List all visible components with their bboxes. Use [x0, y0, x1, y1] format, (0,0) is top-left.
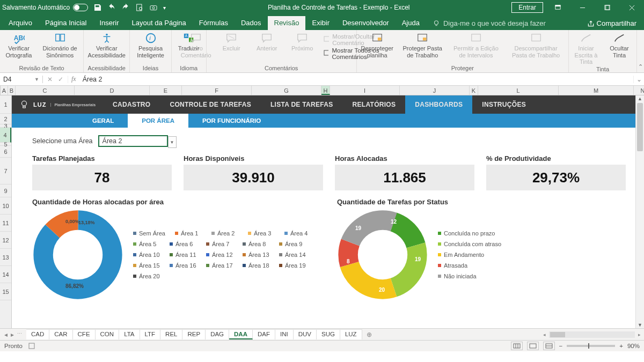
- undo-icon[interactable]: [107, 3, 116, 12]
- close-button[interactable]: [621, 0, 642, 15]
- col-header-A[interactable]: A: [1, 86, 8, 95]
- horizontal-scrollbar[interactable]: ◂ ▸: [376, 331, 644, 338]
- btn-dicionario[interactable]: Dicionário de Sinônimos: [40, 32, 80, 58]
- col-header-J[interactable]: J: [400, 86, 470, 95]
- nav-prev-icon[interactable]: ◂: [4, 331, 8, 338]
- view-normal-button[interactable]: [511, 342, 523, 350]
- tab-arquivo[interactable]: Arquivo: [2, 16, 39, 30]
- view-layout-button[interactable]: [527, 342, 539, 350]
- btn-proteger-pasta[interactable]: Proteger Pasta de Trabalho: [400, 32, 445, 58]
- scroll-up-icon[interactable]: ▲: [636, 96, 644, 101]
- dashtab-controle[interactable]: CONTROLE DE TAREFAS: [160, 95, 260, 114]
- hscroll-right-icon[interactable]: ▸: [638, 332, 641, 337]
- col-header-L[interactable]: L: [478, 86, 559, 95]
- subtab-geral[interactable]: GERAL: [78, 114, 128, 128]
- dashtab-instrucoes[interactable]: INSTRUÇÕES: [472, 95, 536, 114]
- sheet-tab-rep[interactable]: REP: [182, 329, 206, 339]
- col-header-F[interactable]: F: [182, 86, 252, 95]
- btn-desproteger[interactable]: Desproteger planilha: [360, 32, 394, 58]
- tab-layout[interactable]: Layout da Página: [126, 16, 193, 30]
- name-box[interactable]: D4 ▼: [0, 76, 43, 83]
- area-select-cell[interactable]: Área 2 ▼: [98, 135, 168, 147]
- subtab-area[interactable]: POR ÁREA: [128, 114, 188, 128]
- dashtab-cadastro[interactable]: CADASTRO: [103, 95, 160, 114]
- vertical-scrollbar[interactable]: ▲ ▼: [635, 95, 644, 328]
- col-header-M[interactable]: M: [559, 86, 634, 95]
- formula-input[interactable]: Área 2: [79, 76, 633, 83]
- row-header-1[interactable]: 1: [0, 95, 11, 114]
- signin-button[interactable]: Entrar: [511, 2, 543, 13]
- confirm-formula-icon[interactable]: ✓: [58, 76, 63, 83]
- btn-permitir-edicao[interactable]: Permitir a Edição de Intervalos: [451, 32, 502, 58]
- sheet-tab-luz[interactable]: LUZ: [340, 329, 362, 339]
- tab-exibir[interactable]: Exibir: [305, 16, 336, 30]
- sheet-content[interactable]: LUZ Planilhas Empresariais CADASTRO CONT…: [12, 95, 635, 328]
- btn-excluir[interactable]: Excluir: [217, 32, 245, 52]
- row-header-14[interactable]: 14: [0, 266, 11, 283]
- tab-formulas[interactable]: Fórmulas: [193, 16, 235, 30]
- row-header-12[interactable]: 12: [0, 232, 11, 249]
- autosave-switch[interactable]: [73, 4, 88, 11]
- zoom-in-button[interactable]: +: [619, 343, 623, 349]
- fx-icon[interactable]: fx: [68, 75, 79, 83]
- nav-next-icon[interactable]: ▸: [11, 331, 14, 338]
- btn-proximo[interactable]: Próximo: [288, 32, 316, 52]
- col-header-E[interactable]: E: [150, 86, 182, 95]
- col-header-K[interactable]: K: [470, 86, 478, 95]
- sheet-tab-ltf[interactable]: LTF: [140, 329, 161, 339]
- ribbon-collapse-button[interactable]: ⌃: [637, 30, 644, 72]
- macro-record-icon[interactable]: [28, 342, 35, 350]
- tellme-search[interactable]: Diga-me o que você deseja fazer: [426, 17, 552, 30]
- btn-pesquisa[interactable]: i Pesquisa Inteligente: [133, 32, 167, 58]
- sheet-tab-car[interactable]: CAR: [49, 329, 72, 339]
- tab-ajuda[interactable]: Ajuda: [396, 16, 426, 30]
- scroll-down-icon[interactable]: ▼: [636, 322, 644, 328]
- hscroll-left-icon[interactable]: ◂: [543, 332, 546, 337]
- sheet-tab-lta[interactable]: LTA: [119, 329, 140, 339]
- sheet-tab-cfe[interactable]: CFE: [73, 329, 96, 339]
- sheet-tab-ini[interactable]: INI: [275, 329, 294, 339]
- row-header-9[interactable]: 9: [0, 184, 11, 197]
- tab-dados[interactable]: Dados: [235, 16, 268, 30]
- tab-revisao[interactable]: Revisão: [268, 16, 306, 30]
- col-header-H[interactable]: H: [321, 86, 330, 95]
- minimize-button[interactable]: [572, 0, 592, 15]
- sheet-tab-daa[interactable]: DAA: [229, 329, 253, 339]
- add-sheet-button[interactable]: ⊕: [362, 331, 376, 338]
- sheet-nav[interactable]: ◂ ▸ ⋯: [0, 331, 26, 338]
- tab-dev[interactable]: Desenvolvedor: [336, 16, 396, 30]
- subtab-func[interactable]: POR FUNCIONÁRIO: [188, 114, 275, 128]
- col-header-N[interactable]: N: [634, 86, 644, 95]
- nav-more-icon[interactable]: ⋯: [17, 331, 22, 338]
- row-header-7[interactable]: 7: [0, 158, 11, 184]
- share-button[interactable]: Compartilhar: [582, 17, 642, 30]
- btn-novo-comentario[interactable]: Novo Comentário: [182, 32, 210, 58]
- camera-icon[interactable]: [149, 3, 158, 12]
- formula-expand-button[interactable]: ⌄: [633, 76, 644, 83]
- zoom-level[interactable]: 90%: [627, 343, 640, 349]
- sheet-tab-duv[interactable]: DUV: [294, 329, 317, 339]
- ribbon-options-button[interactable]: [547, 0, 568, 15]
- maximize-button[interactable]: [597, 0, 617, 15]
- row-header-6[interactable]: 6: [0, 146, 11, 158]
- sheet-tab-daf[interactable]: DAF: [253, 329, 275, 339]
- btn-anterior[interactable]: Anterior: [253, 32, 281, 52]
- preview-icon[interactable]: [135, 3, 144, 12]
- col-header-B[interactable]: B: [8, 86, 16, 95]
- sheet-tab-con[interactable]: CON: [96, 329, 120, 339]
- cancel-formula-icon[interactable]: ✕: [47, 76, 53, 83]
- col-header-G[interactable]: G: [252, 86, 321, 95]
- btn-ocultar-tinta[interactable]: Ocultar Tinta: [605, 32, 633, 58]
- btn-iniciar-tinta[interactable]: Iniciar Escrita à Tinta: [572, 32, 600, 65]
- col-header-C[interactable]: C: [16, 86, 75, 95]
- col-header-D[interactable]: D: [75, 86, 150, 95]
- dashtab-relatorios[interactable]: RELATÓRIOS: [343, 95, 406, 114]
- save-icon[interactable]: [93, 3, 102, 12]
- col-header-I[interactable]: I: [330, 86, 400, 95]
- dashtab-lista[interactable]: LISTA DE TAREFAS: [261, 95, 343, 114]
- area-select-dropdown[interactable]: ▼: [168, 136, 177, 148]
- sheet-tab-dag[interactable]: DAG: [206, 329, 229, 339]
- row-header-11[interactable]: 11: [0, 215, 11, 232]
- btn-descompart[interactable]: Descompartilhar Pasta de Trabalho: [507, 32, 565, 58]
- view-pagebreak-button[interactable]: [543, 342, 555, 350]
